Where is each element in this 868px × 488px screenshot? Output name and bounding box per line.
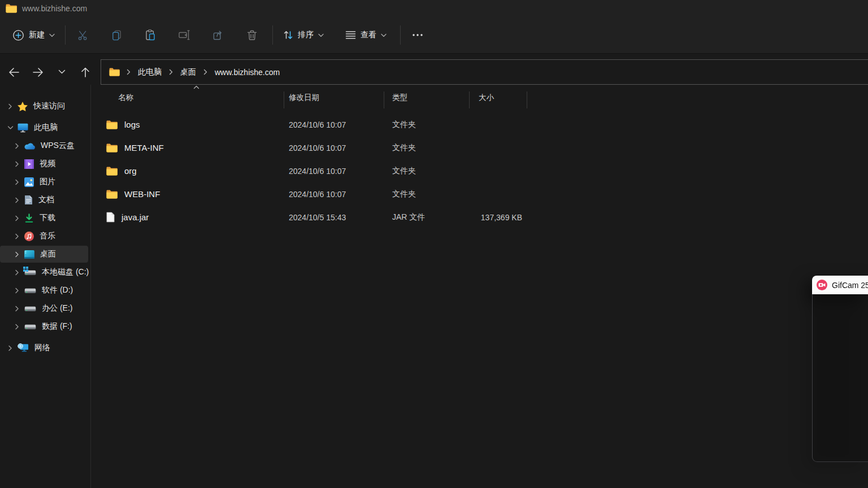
music-icon xyxy=(24,232,34,241)
copy-button[interactable] xyxy=(104,24,129,46)
folder-icon xyxy=(106,143,118,152)
file-row-web-inf[interactable]: WEB-INF 2024/10/6 10:07 文件夹 xyxy=(92,182,868,206)
sidebar-item-quick-access[interactable]: 快速访问 xyxy=(0,98,88,115)
toolbar-divider xyxy=(400,25,401,45)
address-bar[interactable]: 此电脑 桌面 www.bizhishe.com xyxy=(101,59,868,85)
chevron-right-icon[interactable] xyxy=(12,324,21,330)
column-separator[interactable] xyxy=(384,91,384,108)
sidebar-item-pictures[interactable]: 图片 xyxy=(0,173,88,190)
hard-drive-icon xyxy=(24,323,36,330)
column-header-size[interactable]: 大小 xyxy=(470,93,527,103)
sidebar-item-downloads[interactable]: 下载 xyxy=(0,210,88,226)
ellipsis-icon xyxy=(412,33,423,37)
chevron-down-icon[interactable] xyxy=(6,125,15,130)
chevron-right-icon[interactable] xyxy=(12,215,21,221)
breadcrumb-desktop[interactable]: 桌面 xyxy=(176,66,200,79)
file-name: java.jar xyxy=(121,212,149,222)
sidebar-item-documents[interactable]: 文档 xyxy=(0,191,88,208)
chevron-right-icon[interactable] xyxy=(12,233,21,239)
breadcrumb-current-folder[interactable]: www.bizhishe.com xyxy=(211,66,284,79)
file-list-pane: 名称 修改日期 类型 大小 logs 2024/10/6 10:07 文件夹 M… xyxy=(92,85,868,488)
more-options-button[interactable] xyxy=(405,24,430,46)
chevron-right-icon[interactable] xyxy=(12,197,21,203)
up-button[interactable] xyxy=(75,62,96,82)
share-button[interactable] xyxy=(206,24,231,46)
sort-button-label: 排序 xyxy=(298,30,314,40)
chevron-right-icon[interactable] xyxy=(12,143,21,149)
sidebar-item-wps-cloud[interactable]: WPS云盘 xyxy=(0,137,88,154)
recent-locations-button[interactable] xyxy=(51,62,72,82)
chevron-right-icon[interactable] xyxy=(12,251,21,258)
sort-button[interactable]: 排序 xyxy=(277,24,329,46)
sidebar-item-videos[interactable]: 视频 xyxy=(0,155,88,172)
column-headers: 名称 修改日期 类型 大小 xyxy=(92,85,868,111)
chevron-right-icon[interactable] xyxy=(12,306,21,312)
gifcam-titlebar[interactable]: GifCam 25 xyxy=(812,276,868,294)
share-icon xyxy=(212,30,224,41)
chevron-right-icon[interactable] xyxy=(6,345,15,351)
gifcam-window[interactable]: GifCam 25 xyxy=(812,276,868,474)
navigation-pane: 快速访问 此电脑 WPS云盘 视频 图片 文档 xyxy=(0,85,91,488)
view-button-label: 查看 xyxy=(361,30,376,40)
window-title: www.bizhishe.com xyxy=(22,4,87,13)
forward-button[interactable] xyxy=(27,62,49,82)
cut-button[interactable] xyxy=(70,24,95,46)
file-row-org[interactable]: org 2024/10/6 10:07 文件夹 xyxy=(92,159,868,182)
column-separator[interactable] xyxy=(469,91,470,108)
file-date: 2024/10/5 15:43 xyxy=(284,213,384,222)
back-button[interactable] xyxy=(3,62,25,82)
sidebar-item-network[interactable]: 网络 xyxy=(0,339,88,356)
sidebar-item-desktop[interactable]: 桌面 xyxy=(0,246,88,263)
sort-icon xyxy=(283,30,293,40)
chevron-right-icon[interactable] xyxy=(12,269,21,276)
chevron-right-icon[interactable] xyxy=(6,103,15,110)
file-row-meta-inf[interactable]: META-INF 2024/10/6 10:07 文件夹 xyxy=(92,136,868,159)
sidebar-item-drive-e[interactable]: 办公 (E:) xyxy=(0,300,88,317)
hard-drive-icon xyxy=(24,269,36,276)
sidebar-item-drive-f[interactable]: 数据 (F:) xyxy=(0,318,88,335)
paste-button[interactable] xyxy=(138,24,163,46)
trash-icon xyxy=(247,30,257,41)
file-date: 2024/10/6 10:07 xyxy=(284,167,384,176)
view-list-icon xyxy=(345,30,356,40)
cloud-icon xyxy=(24,142,35,150)
column-header-type[interactable]: 类型 xyxy=(384,93,470,103)
sidebar-item-label: 图片 xyxy=(40,177,55,187)
sidebar-item-label: 下载 xyxy=(40,213,55,223)
paste-icon xyxy=(145,29,156,41)
folder-icon xyxy=(106,167,118,176)
toolbar-divider xyxy=(272,25,273,45)
computer-icon xyxy=(18,123,28,133)
desktop-icon xyxy=(24,250,34,259)
file-name: WEB-INF xyxy=(124,189,160,199)
sidebar-item-label: 文档 xyxy=(38,195,54,205)
folder-icon xyxy=(106,190,118,199)
breadcrumb-this-pc[interactable]: 此电脑 xyxy=(134,66,166,79)
sidebar-item-drive-d[interactable]: 软件 (D:) xyxy=(0,282,88,299)
new-button[interactable]: 新建 xyxy=(7,24,60,46)
column-separator[interactable] xyxy=(527,91,527,108)
delete-button[interactable] xyxy=(240,24,264,46)
chevron-right-icon[interactable] xyxy=(12,287,21,294)
windows-flag-icon xyxy=(23,267,28,272)
file-row-java-jar[interactable]: java.jar 2024/10/5 15:43 JAR 文件 137,369 … xyxy=(92,206,868,229)
file-type: 文件夹 xyxy=(384,120,470,130)
column-header-name[interactable]: 名称 xyxy=(92,93,284,103)
sidebar-item-drive-c[interactable]: 本地磁盘 (C:) xyxy=(0,264,88,281)
gifcam-app-icon xyxy=(817,280,827,290)
command-bar: 新建 排序 xyxy=(0,17,868,53)
column-separator[interactable] xyxy=(284,91,284,108)
file-row-logs[interactable]: logs 2024/10/6 10:07 文件夹 xyxy=(92,113,868,136)
file-type: 文件夹 xyxy=(384,189,470,199)
sidebar-item-this-pc[interactable]: 此电脑 xyxy=(0,119,88,136)
scissors-icon xyxy=(77,30,88,41)
chevron-right-icon[interactable] xyxy=(12,179,21,185)
sidebar-item-music[interactable]: 音乐 xyxy=(0,228,88,245)
view-button[interactable]: 查看 xyxy=(340,24,392,46)
video-icon xyxy=(24,159,34,169)
file-name: logs xyxy=(124,120,140,129)
column-header-date[interactable]: 修改日期 xyxy=(284,93,384,103)
gifcam-capture-area xyxy=(812,294,868,462)
rename-button[interactable] xyxy=(172,24,197,46)
chevron-right-icon[interactable] xyxy=(12,161,21,167)
